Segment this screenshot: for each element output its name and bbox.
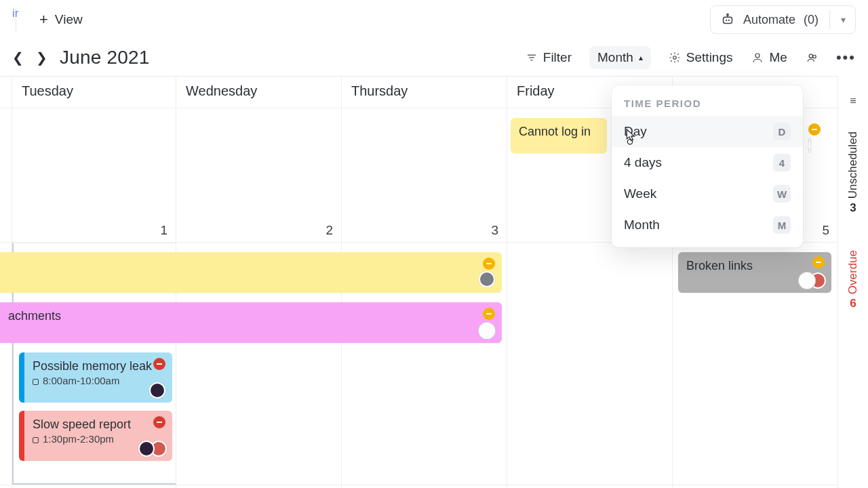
more-button[interactable]: ••• xyxy=(836,49,856,66)
month-title: June 2021 xyxy=(60,47,150,68)
calendar-row: 7 8 9 10 11 12 xyxy=(0,485,838,488)
right-rail: ≡ Unscheduled 3 Overdue 6 xyxy=(838,80,868,405)
caret-up-icon: ▴ xyxy=(639,53,643,62)
dropdown-item-4days[interactable]: 4 days 4 xyxy=(612,147,803,178)
day-number: 5 xyxy=(822,223,829,238)
status-badge-icon xyxy=(812,256,825,268)
person-icon xyxy=(751,52,764,64)
svg-point-11 xyxy=(813,55,816,58)
plus-icon: + xyxy=(39,12,48,27)
dropdown-item-month[interactable]: Month M xyxy=(612,209,803,241)
dropdown-item-key: D xyxy=(773,123,791,140)
prev-month-button[interactable]: ❮ xyxy=(12,49,24,66)
event-title: Broken links xyxy=(686,259,753,272)
svg-point-8 xyxy=(673,56,677,60)
day-header: Tuesday xyxy=(12,77,176,108)
svg-point-1 xyxy=(726,20,727,21)
automate-button[interactable]: Automate (0) ▾ xyxy=(710,5,856,34)
day-header: Wednesday xyxy=(176,77,342,108)
avatar xyxy=(479,323,495,339)
settings-label: Settings xyxy=(686,50,733,65)
dropdown-item-key: 4 xyxy=(773,154,791,171)
dropdown-item-label: 4 days xyxy=(624,155,662,170)
event-time: 1:30pm-2:30pm xyxy=(43,433,114,445)
add-view-button[interactable]: + View xyxy=(33,8,90,31)
event-yellow-span[interactable] xyxy=(0,252,502,293)
filter-icon xyxy=(526,52,538,64)
unscheduled-label[interactable]: Unscheduled xyxy=(846,131,860,199)
overdue-count: 6 xyxy=(850,297,856,310)
dropdown-title: TIME PERIOD xyxy=(612,94,803,116)
unscheduled-count: 3 xyxy=(850,201,856,215)
dropdown-item-day[interactable]: Day D xyxy=(612,116,803,147)
svg-point-10 xyxy=(809,54,812,58)
event-avatar-stack xyxy=(808,123,821,136)
event-title: Cannot log in xyxy=(519,125,591,138)
svg-point-12 xyxy=(627,140,632,144)
event-attachments[interactable]: achments xyxy=(0,302,502,343)
status-badge-icon xyxy=(483,258,495,270)
time-period-selector[interactable]: Month ▴ xyxy=(589,46,651,69)
overdue-label[interactable]: Overdue xyxy=(846,250,860,294)
event-title: Slow speed report xyxy=(33,418,164,432)
day-number: 3 xyxy=(491,223,498,238)
cursor-icon xyxy=(623,127,637,145)
event-broken-links[interactable]: Broken links xyxy=(678,252,831,293)
event-title: achments xyxy=(8,309,61,323)
chevron-down-icon: ▾ xyxy=(841,14,846,25)
avatar xyxy=(479,271,495,287)
filter-label: Filter xyxy=(543,50,572,65)
svg-point-4 xyxy=(727,14,728,15)
rail-toggle-icon[interactable]: ≡ xyxy=(850,95,856,107)
svg-rect-0 xyxy=(724,17,732,23)
calendar-row: achments Possible memory leak 8:00am-10:… xyxy=(0,242,838,485)
time-period-dropdown: TIME PERIOD Day D 4 days 4 Week W Month … xyxy=(612,85,803,247)
event-title: Possible memory leak xyxy=(33,359,164,373)
avatar xyxy=(149,382,165,399)
robot-icon xyxy=(720,12,735,27)
dropdown-item-key: W xyxy=(773,185,791,203)
tab-edge-label: ir xyxy=(12,7,16,33)
avatar xyxy=(799,272,815,289)
automate-label: Automate xyxy=(743,13,795,27)
me-label: Me xyxy=(769,50,787,65)
dropdown-item-key: M xyxy=(773,216,791,234)
status-badge-icon xyxy=(808,123,821,136)
add-view-label: View xyxy=(55,12,83,27)
dropdown-item-label: Week xyxy=(624,186,656,201)
event-slow-speed[interactable]: Slow speed report 1:30pm-2:30pm xyxy=(19,411,172,461)
dropdown-item-label: Month xyxy=(624,218,660,232)
people-button[interactable] xyxy=(805,49,820,66)
people-icon xyxy=(806,52,818,64)
day-number: 1 xyxy=(160,223,167,238)
next-month-button[interactable]: ❯ xyxy=(36,49,47,66)
event-memory-leak[interactable]: Possible memory leak 8:00am-10:00am xyxy=(19,352,172,403)
status-badge-icon xyxy=(483,308,495,320)
filter-button[interactable]: Filter xyxy=(524,47,573,68)
svg-point-9 xyxy=(755,54,760,58)
avatar xyxy=(808,138,811,152)
me-button[interactable]: Me xyxy=(750,47,788,68)
event-time: 8:00am-10:00am xyxy=(43,375,119,386)
avatar xyxy=(138,441,155,457)
day-number: 2 xyxy=(326,223,333,238)
event-cannot-login[interactable]: Cannot log in xyxy=(511,118,607,153)
svg-point-2 xyxy=(728,20,730,21)
day-header: Thursday xyxy=(342,77,507,108)
status-badge-icon xyxy=(153,358,165,370)
automate-count: (0) xyxy=(804,13,818,27)
settings-button[interactable]: Settings xyxy=(667,47,734,68)
period-selected-label: Month xyxy=(597,50,633,65)
gear-icon xyxy=(669,52,681,64)
dropdown-item-week[interactable]: Week W xyxy=(612,178,803,209)
status-badge-icon xyxy=(153,416,165,428)
